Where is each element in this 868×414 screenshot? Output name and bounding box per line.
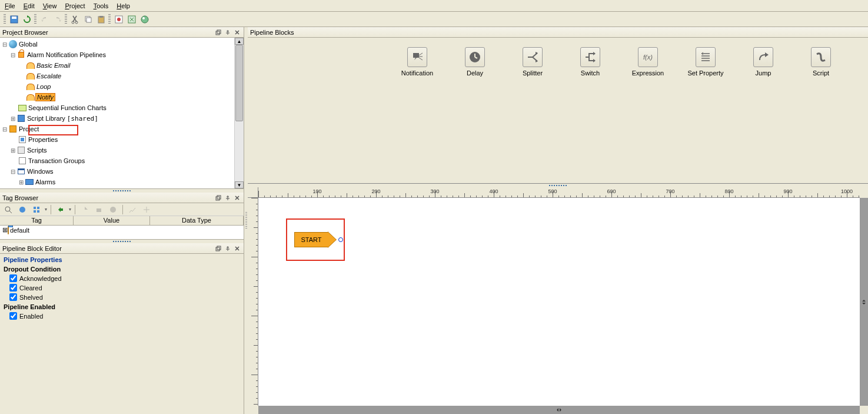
col-value[interactable]: Value [74, 216, 150, 225]
tag-tool-2[interactable] [16, 204, 28, 216]
refresh-button[interactable] [21, 14, 33, 25]
tree-loop[interactable]: Loop [1, 81, 233, 92]
block-script[interactable]: Script [803, 47, 839, 77]
pipeline-enabled-label: Pipeline Enabled [4, 303, 240, 310]
block-expression[interactable]: f(x) Expression [630, 47, 666, 77]
menu-help[interactable]: Help [117, 2, 130, 9]
redo-button[interactable] [52, 14, 64, 25]
menu-tools[interactable]: Tools [94, 2, 109, 9]
tree-notify[interactable]: Notify [1, 92, 233, 102]
scroll-handle-v-icon[interactable] [861, 299, 867, 305]
svg-rect-13 [216, 31, 220, 35]
panel-close-icon[interactable] [233, 194, 241, 202]
menu-project[interactable]: Project [65, 2, 85, 9]
enabled-checkbox[interactable]: Enabled [9, 312, 240, 320]
tool-c-button[interactable] [139, 14, 151, 25]
save-button[interactable] [8, 14, 20, 25]
shelved-checkbox[interactable]: Shelved [9, 293, 240, 301]
panel-restore-icon[interactable] [214, 28, 222, 37]
tag-tool-5[interactable] [79, 204, 91, 216]
scroll-handle-h-icon[interactable] [556, 407, 562, 413]
acknowledged-checkbox[interactable]: Acknowledged [9, 274, 240, 282]
block-notification[interactable]: Notification [400, 47, 435, 77]
tree-properties[interactable]: Properties [1, 134, 233, 145]
col-tag[interactable]: Tag [0, 216, 74, 225]
tag-browser-title: Tag Browser [2, 194, 213, 201]
tag-tool-3[interactable] [31, 204, 42, 216]
start-label: START [301, 236, 321, 243]
block-jump[interactable]: Jump [746, 47, 781, 77]
block-set-property[interactable]: Set Property [688, 47, 723, 77]
tag-row-default[interactable]: ⊞default [0, 226, 244, 234]
svg-point-17 [5, 207, 10, 211]
svg-rect-19 [34, 207, 36, 209]
tag-tool-4[interactable] [55, 204, 66, 216]
svg-rect-20 [37, 207, 39, 209]
tree-transaction-groups[interactable]: Transaction Groups [1, 155, 233, 166]
canvas-scrollbar-h[interactable] [258, 406, 860, 414]
svg-rect-23 [97, 208, 101, 212]
canvas-corner [860, 406, 868, 414]
tree-alarms[interactable]: ⊞Alarms [1, 177, 233, 187]
tag-tool-9[interactable] [141, 204, 152, 216]
tree-script-library[interactable]: ⊞Script Library [shared] [1, 113, 233, 124]
tree-windows[interactable]: ⊟Windows [1, 166, 233, 177]
jump-icon [753, 47, 773, 67]
panel-close-icon[interactable] [233, 244, 241, 253]
menu-view[interactable]: View [43, 2, 57, 9]
scroll-up-icon[interactable]: ▲ [235, 38, 244, 45]
paste-button[interactable] [95, 14, 107, 25]
script-icon [811, 47, 831, 67]
undo-button[interactable] [39, 14, 51, 25]
col-datatype[interactable]: Data Type [150, 216, 244, 225]
menu-edit[interactable]: Edit [24, 2, 35, 9]
menu-file[interactable]: File [5, 2, 15, 9]
panel-restore-icon[interactable] [214, 244, 222, 253]
svg-text:f(x): f(x) [643, 54, 653, 61]
svg-point-18 [19, 207, 25, 213]
tree-global[interactable]: ⊟Global [1, 39, 233, 49]
toolbar-grip-3 [65, 14, 67, 25]
panel-pin-icon[interactable] [224, 194, 232, 202]
copy-button[interactable] [82, 14, 94, 25]
svg-rect-5 [87, 18, 91, 22]
start-block[interactable]: START [286, 218, 345, 261]
toolbar-grip [4, 14, 6, 25]
block-splitter[interactable]: Splitter [515, 47, 550, 77]
dropdown-icon[interactable]: ▾ [45, 207, 47, 212]
panel-restore-icon[interactable] [214, 194, 222, 202]
project-tree-scrollbar[interactable]: ▲ ▼ [234, 38, 244, 188]
tree-sfc[interactable]: Sequential Function Charts [1, 102, 233, 113]
tree-basic-email[interactable]: Basic Email [1, 60, 233, 71]
menu-bar: File Edit View Project Tools Help [0, 0, 868, 12]
scroll-thumb[interactable] [235, 45, 243, 121]
tag-tool-8[interactable] [127, 204, 138, 216]
scroll-down-icon[interactable]: ▼ [235, 181, 244, 188]
tag-tool-7[interactable] [107, 204, 119, 216]
blocks-row: Notification Delay Splitter Switch f(x) … [248, 38, 868, 183]
tree-project[interactable]: ⊟Project [1, 124, 233, 134]
block-switch[interactable]: Switch [573, 47, 608, 77]
pipeline-canvas[interactable]: START [258, 198, 860, 406]
start-output-port[interactable] [338, 237, 343, 242]
main-area: Project Browser ⊟Global ⊟Alarm Notificat… [0, 27, 868, 414]
canvas-scrollbar-v[interactable] [860, 198, 868, 406]
right-pane: Pipeline Blocks Notification Delay Split… [248, 27, 868, 414]
tree-pipelines[interactable]: ⊟Alarm Notification Pipelines [1, 49, 233, 60]
tool-a-button[interactable] [113, 14, 125, 25]
svg-rect-26 [217, 246, 221, 250]
tag-tool-1[interactable] [2, 204, 14, 216]
cut-button[interactable] [69, 14, 81, 25]
main-toolbar [0, 12, 868, 27]
dropdown-icon[interactable]: ▾ [69, 207, 71, 212]
project-tree[interactable]: ⊟Global ⊟Alarm Notification Pipelines Ba… [0, 38, 234, 188]
cleared-checkbox[interactable]: Cleared [9, 284, 240, 292]
block-delay[interactable]: Delay [457, 47, 493, 77]
tag-tool-6[interactable] [93, 204, 105, 216]
tree-scripts[interactable]: ⊞Scripts [1, 145, 233, 155]
panel-close-icon[interactable] [233, 28, 241, 37]
panel-pin-icon[interactable] [224, 28, 232, 37]
tree-escalate[interactable]: Escalate [1, 71, 233, 81]
tool-b-button[interactable] [126, 14, 138, 25]
panel-pin-icon[interactable] [224, 244, 232, 253]
